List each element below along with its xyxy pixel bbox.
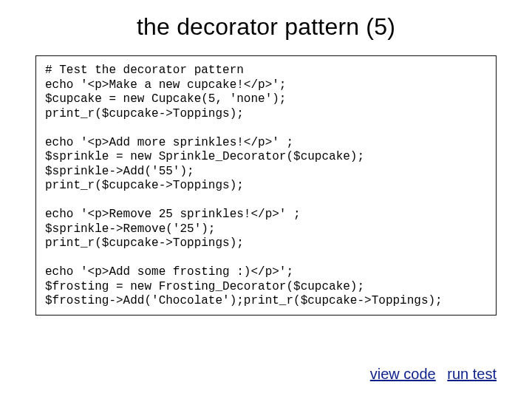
run-test-link[interactable]: run test [447,366,497,382]
view-code-link[interactable]: view code [370,366,436,382]
footer-links: view code run test [363,366,497,383]
slide: the decorator pattern (5) # Test the dec… [0,0,532,399]
slide-title: the decorator pattern (5) [35,13,497,41]
code-block: # Test the decorator pattern echo '<p>Ma… [35,55,497,316]
